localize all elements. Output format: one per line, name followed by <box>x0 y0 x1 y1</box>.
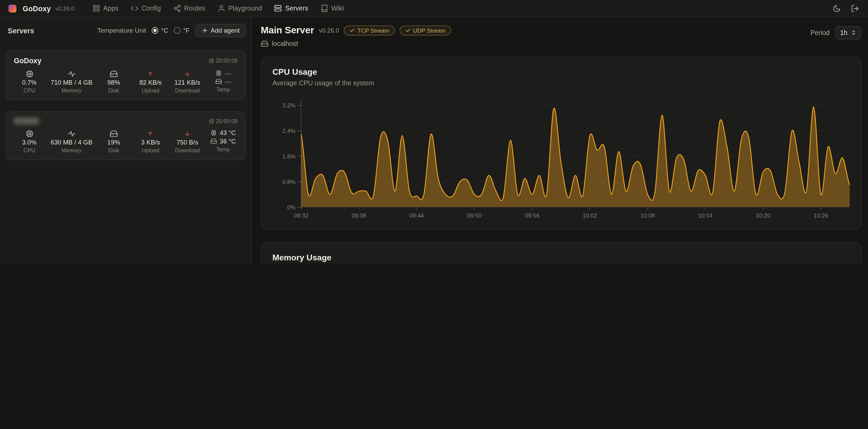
nav-label: Routes <box>184 4 205 12</box>
cpu-temp-row: — <box>215 69 231 77</box>
x-axis-tick-label: 10:08 <box>640 212 655 219</box>
cpu-label: CPU <box>23 147 35 154</box>
plus-icon <box>201 27 208 34</box>
last-update-timestamp: @ 20:00:09 <box>209 57 237 64</box>
x-axis-tick-label: 10:26 <box>814 212 828 219</box>
x-axis-tick-label: 09:50 <box>467 212 482 219</box>
temp-label: Temp <box>216 145 230 153</box>
cpu-usage-chart: 3.2%2.4%1.6%0.8%0% 09:3209:3809:4409:500… <box>272 99 850 222</box>
upload-value: 3 KB/s <box>141 138 160 146</box>
x-axis-tick-label: 10:20 <box>756 212 770 219</box>
cpu-icon <box>210 130 217 136</box>
nav-label: Apps <box>103 4 119 12</box>
brand-name: GoDoxy <box>23 4 51 12</box>
nav-label: Playground <box>228 4 262 12</box>
disk-temp-row: 36 °C <box>210 137 236 145</box>
nav-item-apps[interactable]: Apps <box>92 4 118 12</box>
tcp-stream-badge: TCP Stream <box>344 25 395 35</box>
download-stat: 121 KB/s Download <box>172 69 203 94</box>
temp-stat: 43 °C 36 °C Temp <box>209 129 238 153</box>
host-row: localhost <box>261 40 451 48</box>
disk-value: 98% <box>107 79 120 86</box>
navbar-right <box>833 4 859 12</box>
godoxy-logo-icon <box>8 4 17 13</box>
host-name: localhost <box>272 40 298 48</box>
add-agent-button[interactable]: Add agent <box>195 24 246 37</box>
cpu-usage-panel: CPU Usage Average CPU usage of the syste… <box>261 56 861 230</box>
cpu-icon <box>215 70 222 76</box>
x-axis-tick-label: 09:44 <box>409 212 424 219</box>
sidebar-header: Servers Temperature Unit °C °F <box>0 22 251 39</box>
celsius-radio[interactable]: °C <box>152 27 168 34</box>
cpu-icon <box>25 69 33 78</box>
nav-item-servers[interactable]: Servers <box>274 4 308 12</box>
chevron-up-down-icon <box>851 30 856 35</box>
theme-toggle-button[interactable] <box>833 4 841 12</box>
hard-drive-icon <box>210 138 217 145</box>
memory-label: Memory <box>62 147 82 154</box>
cpu-icon <box>25 129 33 138</box>
hard-drive-icon <box>109 69 118 78</box>
upload-stat: 82 KB/s Upload <box>135 69 166 94</box>
server-name-redacted <box>14 117 39 124</box>
chart-subtitle: Average CPU usage of the system <box>272 79 850 87</box>
main-header-left: Main Server v0.26.0 TCP Stream <box>261 25 451 48</box>
y-axis-labels: 3.2%2.4%1.6%0.8%0% <box>272 99 301 207</box>
server-version: v0.26.0 <box>319 27 339 34</box>
arrow-down-icon <box>184 129 190 138</box>
cpu-stat: 0.7% CPU <box>14 69 45 94</box>
download-label: Download <box>175 147 199 154</box>
temp-label: Temp <box>216 86 230 93</box>
nav-item-routes[interactable]: Routes <box>173 4 205 12</box>
download-value: 121 KB/s <box>174 79 200 86</box>
disk-value: 19% <box>107 138 120 146</box>
fahrenheit-radio[interactable]: °F <box>174 27 190 34</box>
x-axis-tick-label: 09:32 <box>294 212 309 219</box>
cpu-value: 3.0% <box>22 138 37 146</box>
temperature-unit-controls: Temperature Unit °C °F Add agent <box>97 24 246 37</box>
download-value: 750 B/s <box>176 138 198 146</box>
main-content: Main Server v0.26.0 TCP Stream <box>252 17 868 263</box>
hard-drive-icon <box>261 40 268 48</box>
nav-item-playground[interactable]: Playground <box>217 4 262 12</box>
server-stats: 3.0% CPU 630 MB / 4 GB Memory <box>14 129 238 154</box>
y-axis-tick-label: 3.2% <box>282 102 296 109</box>
upload-label: Upload <box>142 87 159 94</box>
period-select[interactable]: 1h <box>835 26 861 39</box>
disk-temp-value: — <box>225 78 231 85</box>
temperature-unit-label: Temperature Unit <box>97 27 146 34</box>
nav-item-wiki[interactable]: Wiki <box>320 4 344 12</box>
check-icon <box>350 28 355 33</box>
y-axis-tick-label: 0% <box>287 204 296 210</box>
activity-icon <box>67 69 75 78</box>
period-value: 1h <box>840 29 848 37</box>
nav-label: Config <box>142 4 161 12</box>
code-icon <box>131 4 138 12</box>
main-header-right: Period 1h <box>811 26 862 39</box>
check-icon <box>405 28 411 33</box>
title-row: Main Server v0.26.0 TCP Stream <box>261 25 451 36</box>
server-card-godoxy[interactable]: GoDoxy @ 20:00:09 0.7% CPU <box>5 50 246 100</box>
add-agent-label: Add agent <box>211 27 240 34</box>
x-axis-tick-label: 09:38 <box>352 212 366 219</box>
download-stat: 750 B/s Download <box>172 129 203 154</box>
badge-label: UDP Stream <box>413 27 446 34</box>
server-card-agent[interactable]: @ 20:00:09 3.0% CPU 630 MB / 4 <box>5 111 246 160</box>
memory-usage-panel: Memory Usage Memory usage of the system … <box>261 242 861 263</box>
cpu-value: 0.7% <box>22 79 37 86</box>
memory-label: Memory <box>62 87 82 94</box>
nav-item-config[interactable]: Config <box>131 4 161 12</box>
radio-selected-icon <box>152 27 158 34</box>
y-axis-tick-label: 1.6% <box>282 153 296 160</box>
memory-stat: 630 MB / 4 GB Memory <box>51 129 92 154</box>
activity-icon <box>67 129 75 138</box>
logout-button[interactable] <box>851 4 859 12</box>
servers-icon <box>274 4 282 12</box>
main-nav: Apps Config Routes <box>92 4 344 12</box>
app: GoDoxy v0.26.0 Apps Config <box>0 0 868 263</box>
cpu-stat: 3.0% CPU <box>14 129 45 154</box>
hard-drive-icon <box>109 129 118 138</box>
sidebar-title: Servers <box>8 26 34 34</box>
period-label: Period <box>811 29 830 37</box>
upload-stat: 3 KB/s Upload <box>135 129 166 154</box>
